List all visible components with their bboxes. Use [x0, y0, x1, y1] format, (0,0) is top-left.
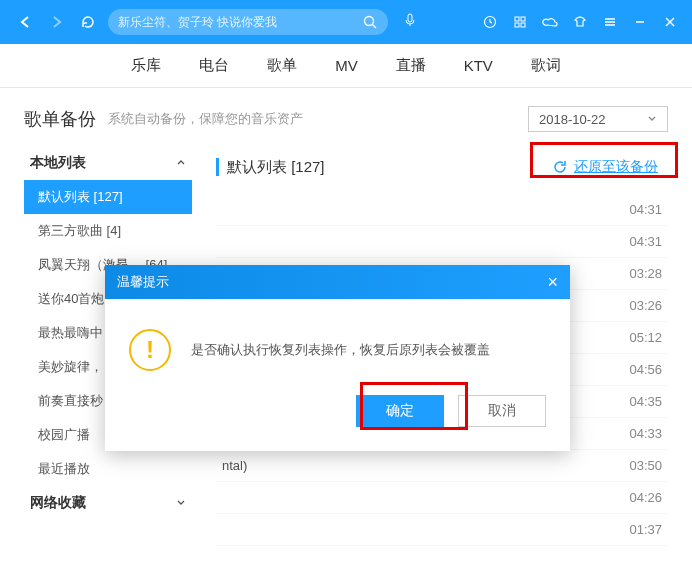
tab-ktv[interactable]: KTV [464, 57, 493, 74]
svg-rect-2 [408, 14, 412, 22]
tab-library[interactable]: 乐库 [131, 56, 161, 75]
grid-icon[interactable] [512, 14, 528, 30]
svg-point-0 [365, 17, 374, 26]
svg-rect-4 [515, 17, 519, 21]
svg-rect-6 [515, 23, 519, 27]
chevron-down-icon [647, 114, 657, 124]
page-subtitle: 系统自动备份，保障您的音乐资产 [108, 110, 516, 128]
clock-icon[interactable] [482, 14, 498, 30]
nav-forward-button[interactable] [46, 11, 68, 33]
song-duration: 04:33 [629, 426, 662, 441]
song-row[interactable]: ntal)03:50 [216, 450, 668, 482]
dialog-close-button[interactable]: × [547, 272, 558, 293]
warning-icon: ! [129, 329, 171, 371]
dialog-title: 温馨提示 [117, 273, 169, 291]
sidebar-item[interactable]: 第三方歌曲 [4] [24, 214, 192, 248]
refresh-icon[interactable] [78, 12, 98, 32]
sidebar-item-default[interactable]: 默认列表 [127] [24, 180, 192, 214]
close-icon[interactable] [662, 14, 678, 30]
song-row[interactable]: 04:31 [216, 194, 668, 226]
song-duration: 03:26 [629, 298, 662, 313]
search-input[interactable] [118, 15, 362, 29]
tab-playlist[interactable]: 歌单 [267, 56, 297, 75]
cancel-button[interactable]: 取消 [458, 395, 546, 427]
sidebar-group-network[interactable]: 网络收藏 [24, 486, 192, 520]
sidebar-group-local[interactable]: 本地列表 [24, 146, 192, 180]
svg-rect-7 [521, 23, 525, 27]
date-selector[interactable]: 2018-10-22 [528, 106, 668, 132]
titlebar-right-icons [482, 14, 678, 30]
cloud-icon[interactable] [542, 14, 558, 30]
sidebar-group-label: 网络收藏 [30, 494, 86, 512]
chevron-up-icon [176, 158, 186, 168]
sidebar-item[interactable]: 最近播放 [24, 452, 192, 486]
tab-lyrics[interactable]: 歌词 [531, 56, 561, 75]
song-row[interactable]: 01:37 [216, 514, 668, 546]
title-accent-bar [216, 158, 219, 176]
song-duration: 04:56 [629, 362, 662, 377]
nav-back-button[interactable] [14, 11, 36, 33]
voice-icon[interactable] [402, 12, 422, 32]
svg-line-1 [373, 25, 377, 29]
tab-live[interactable]: 直播 [396, 56, 426, 75]
song-duration: 01:37 [629, 522, 662, 537]
song-duration: 04:31 [629, 234, 662, 249]
song-duration: 03:50 [629, 458, 662, 473]
date-value: 2018-10-22 [539, 112, 606, 127]
page-header: 歌单备份 系统自动备份，保障您的音乐资产 2018-10-22 [0, 88, 692, 146]
svg-rect-5 [521, 17, 525, 21]
titlebar [0, 0, 692, 44]
dialog-titlebar: 温馨提示 × [105, 265, 570, 299]
song-duration: 04:26 [629, 490, 662, 505]
song-duration: 05:12 [629, 330, 662, 345]
restore-backup-link[interactable]: 还原至该备份 [542, 152, 668, 182]
chevron-down-icon [176, 498, 186, 508]
restore-icon [552, 159, 568, 175]
song-duration: 03:28 [629, 266, 662, 281]
dialog-message: 是否确认执行恢复列表操作，恢复后原列表会被覆盖 [191, 341, 490, 359]
menu-icon[interactable] [602, 14, 618, 30]
song-row[interactable]: 04:26 [216, 482, 668, 514]
search-icon[interactable] [362, 14, 378, 30]
ok-button[interactable]: 确定 [356, 395, 444, 427]
main-list-title: 默认列表 [127] [227, 158, 325, 177]
page-title: 歌单备份 [24, 107, 96, 131]
tab-radio[interactable]: 电台 [199, 56, 229, 75]
skin-icon[interactable] [572, 14, 588, 30]
sidebar-group-label: 本地列表 [30, 154, 86, 172]
restore-label: 还原至该备份 [574, 158, 658, 176]
search-box[interactable] [108, 9, 388, 35]
minimize-icon[interactable] [632, 14, 648, 30]
song-row[interactable]: 04:31 [216, 226, 668, 258]
tab-mv[interactable]: MV [335, 57, 358, 74]
nav-tabs: 乐库 电台 歌单 MV 直播 KTV 歌词 [0, 44, 692, 88]
song-duration: 04:35 [629, 394, 662, 409]
confirm-dialog: 温馨提示 × ! 是否确认执行恢复列表操作，恢复后原列表会被覆盖 确定 取消 [105, 265, 570, 451]
song-duration: 04:31 [629, 202, 662, 217]
